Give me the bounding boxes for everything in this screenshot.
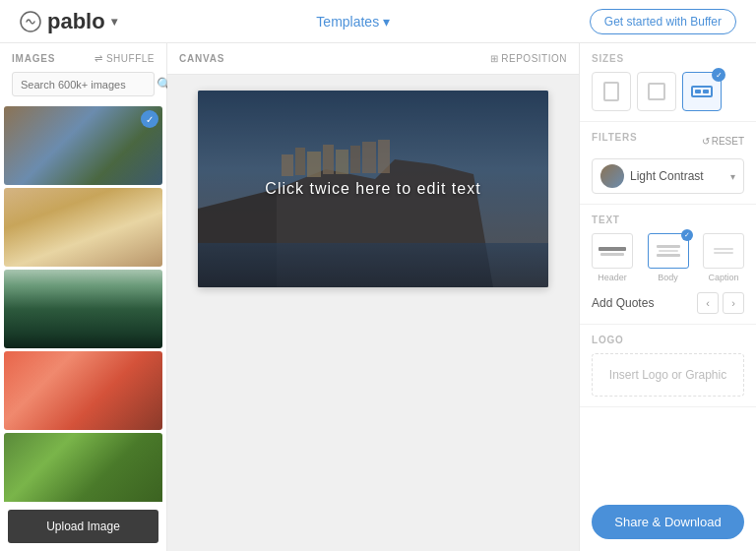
header-line [598,247,626,251]
quotes-prev-button[interactable]: ‹ [697,292,719,314]
logo-icon [20,11,41,32]
body-line1 [657,245,680,248]
canvas-edit-text[interactable]: Click twice here to edit text [265,180,480,198]
logo-section: LOGO Insert Logo or Graphic [580,325,756,407]
share-area: Share & Download [580,493,756,551]
text-body-option[interactable]: ✓ Body [648,233,689,282]
text-caption-preview [703,233,744,269]
right-panel: SIZES ✓ FILTERS [579,43,756,551]
canvas-content: Click twice here to edit text [167,75,579,551]
canvas-frame[interactable]: Click twice here to edit text [198,91,548,287]
text-body-label: Body [658,273,678,282]
body-line2 [659,250,678,252]
sizes-section: SIZES ✓ [580,43,756,122]
text-header-preview [592,233,633,269]
quotes-next-button[interactable]: › [723,292,744,314]
app-header: pablo ▾ Templates ▾ Get started with Buf… [0,0,756,43]
filter-preview [600,164,624,188]
quotes-nav: ‹ › [697,292,744,314]
templates-nav[interactable]: Templates ▾ [316,14,390,30]
landscape-half-right [703,90,709,93]
selected-check-icon: ✓ [141,110,158,128]
reposition-icon: ⊞ [490,53,499,64]
text-caption-option[interactable]: Caption [703,233,744,282]
logo-text: pablo [47,9,105,34]
text-label: TEXT [592,214,744,225]
reposition-button[interactable]: ⊞ REPOSITION [490,53,567,64]
add-quotes-label: Add Quotes [592,296,654,310]
list-item[interactable] [4,351,162,430]
body-check-icon: ✓ [681,229,693,241]
logo[interactable]: pablo ▾ [20,9,117,34]
filter-name: Light Contrast [630,169,724,183]
add-quotes-row: Add Quotes ‹ › [592,292,744,314]
filters-header: FILTERS ↺ RESET [592,132,744,151]
image-forest [4,270,162,348]
filters-label: FILTERS [592,132,638,143]
filter-select[interactable]: Light Contrast ▾ [592,158,744,194]
images-sidebar: IMAGES ⇌ SHUFFLE 🔍 ✓ [0,43,167,551]
image-grid: ✓ [0,102,166,502]
body-line3 [657,254,680,257]
canvas-toolbar: CANVAS ⊞ REPOSITION [167,43,579,75]
portrait-icon [603,82,619,101]
size-landscape-button[interactable]: ✓ [682,72,722,111]
sidebar-header: IMAGES ⇌ SHUFFLE 🔍 [0,43,166,102]
landscape-half-left [695,90,701,93]
list-item[interactable] [4,270,162,348]
text-header-label: Header [598,273,627,282]
upload-image-button[interactable]: Upload Image [8,510,158,543]
image-green [4,433,162,502]
templates-label: Templates [316,14,379,30]
text-section: TEXT Header ✓ Body [580,205,756,325]
main-layout: IMAGES ⇌ SHUFFLE 🔍 ✓ [0,43,756,551]
filter-chevron-icon: ▾ [730,171,735,182]
image-village [4,106,162,185]
sizes-label: SIZES [592,53,744,64]
search-box[interactable]: 🔍 [12,72,155,96]
canvas-area: CANVAS ⊞ REPOSITION [167,43,579,551]
list-item[interactable]: ✓ [4,106,162,185]
filters-section: FILTERS ↺ RESET Light Contrast ▾ [580,122,756,205]
shuffle-icon: ⇌ [94,53,103,64]
text-caption-label: Caption [708,273,738,282]
images-label: IMAGES [12,53,55,64]
sizes-row: ✓ [592,72,744,111]
caption-line2 [714,252,733,254]
logo-chevron-icon: ▾ [111,15,117,29]
shuffle-button[interactable]: ⇌ SHUFFLE [94,53,155,64]
reset-button[interactable]: ↺ RESET [702,136,744,147]
image-wheat [4,188,162,267]
size-square-button[interactable] [637,72,676,111]
logo-label: LOGO [592,335,744,345]
logo-insert-label: Insert Logo or Graphic [609,368,726,382]
size-portrait-button[interactable] [592,72,631,111]
share-download-button[interactable]: Share & Download [592,505,744,539]
sidebar-title-row: IMAGES ⇌ SHUFFLE [12,53,155,64]
canvas-label: CANVAS [179,53,224,64]
reset-icon: ↺ [702,136,710,147]
canvas-background: Click twice here to edit text [198,91,548,287]
search-input[interactable] [21,79,157,91]
text-body-preview: ✓ [648,233,689,269]
text-header-option[interactable]: Header [592,233,633,282]
list-item[interactable] [4,188,162,267]
header-subline [600,253,624,256]
size-check-icon: ✓ [712,68,725,82]
list-item[interactable] [4,433,162,502]
square-icon [648,83,665,100]
logo-insert-area[interactable]: Insert Logo or Graphic [592,353,744,397]
landscape-icon [691,86,713,97]
templates-chevron-icon: ▾ [383,14,390,30]
caption-line1 [714,248,733,250]
image-flowers [4,351,162,430]
text-options: Header ✓ Body Caption [592,233,744,282]
get-started-button[interactable]: Get started with Buffer [590,9,736,34]
